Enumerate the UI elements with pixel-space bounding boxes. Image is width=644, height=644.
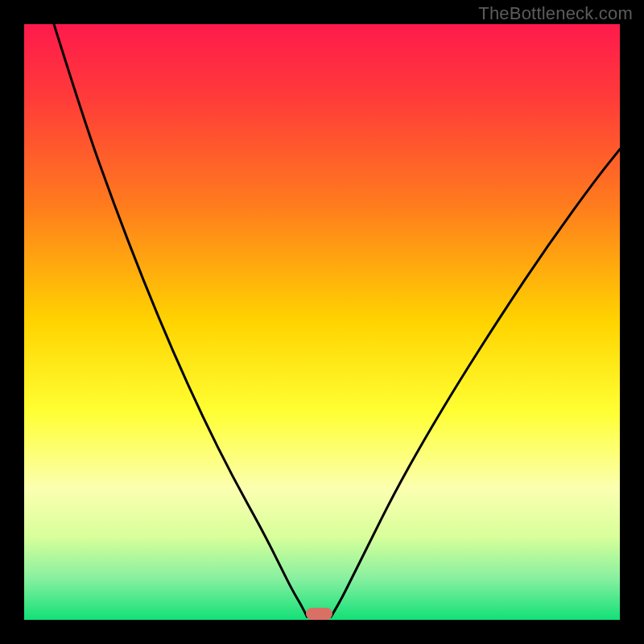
watermark-text: TheBottleneck.com xyxy=(478,3,633,24)
bottleneck-curve xyxy=(24,24,620,620)
plot-area xyxy=(24,24,620,620)
chart-frame: TheBottleneck.com xyxy=(0,0,644,644)
optimal-marker xyxy=(306,608,332,620)
